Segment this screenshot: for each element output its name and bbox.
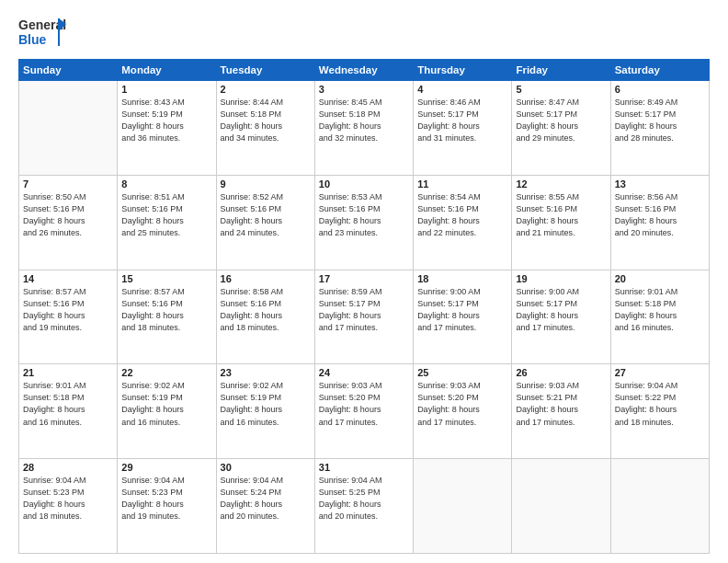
weekday-header-saturday: Saturday xyxy=(610,60,709,81)
weekday-header-monday: Monday xyxy=(118,60,216,81)
calendar-cell xyxy=(414,459,512,554)
day-number: 14 xyxy=(23,273,113,284)
calendar-cell: 6Sunrise: 8:49 AM Sunset: 5:17 PM Daylig… xyxy=(610,81,709,176)
logo: General Blue xyxy=(18,15,66,53)
weekday-header-friday: Friday xyxy=(512,60,610,81)
day-number: 16 xyxy=(221,273,311,284)
day-info: Sunrise: 8:58 AM Sunset: 5:16 PM Dayligh… xyxy=(221,286,311,334)
calendar-cell: 5Sunrise: 8:47 AM Sunset: 5:17 PM Daylig… xyxy=(512,81,610,176)
day-number: 23 xyxy=(221,367,311,378)
day-number: 9 xyxy=(221,178,311,190)
calendar-cell: 29Sunrise: 9:04 AM Sunset: 5:23 PM Dayli… xyxy=(118,459,216,554)
day-info: Sunrise: 8:51 AM Sunset: 5:16 PM Dayligh… xyxy=(121,191,211,239)
day-info: Sunrise: 9:00 AM Sunset: 5:17 PM Dayligh… xyxy=(417,286,507,334)
calendar-cell: 11Sunrise: 8:54 AM Sunset: 5:16 PM Dayli… xyxy=(414,175,512,270)
weekday-header-thursday: Thursday xyxy=(414,60,512,81)
calendar-cell: 1Sunrise: 8:43 AM Sunset: 5:19 PM Daylig… xyxy=(118,81,216,176)
day-number: 31 xyxy=(319,462,409,473)
calendar-cell: 15Sunrise: 8:57 AM Sunset: 5:16 PM Dayli… xyxy=(118,270,216,364)
calendar-cell: 18Sunrise: 9:00 AM Sunset: 5:17 PM Dayli… xyxy=(414,270,512,364)
calendar-cell: 8Sunrise: 8:51 AM Sunset: 5:16 PM Daylig… xyxy=(118,175,216,270)
calendar-cell: 24Sunrise: 9:03 AM Sunset: 5:20 PM Dayli… xyxy=(314,364,413,459)
calendar-cell: 4Sunrise: 8:46 AM Sunset: 5:17 PM Daylig… xyxy=(414,81,512,176)
calendar-cell: 16Sunrise: 8:58 AM Sunset: 5:16 PM Dayli… xyxy=(216,270,314,364)
day-number: 25 xyxy=(417,367,507,378)
day-number: 8 xyxy=(121,178,211,190)
day-info: Sunrise: 8:59 AM Sunset: 5:17 PM Dayligh… xyxy=(319,286,409,334)
calendar-cell xyxy=(610,459,709,554)
day-number: 13 xyxy=(615,178,705,190)
day-info: Sunrise: 9:04 AM Sunset: 5:23 PM Dayligh… xyxy=(23,475,113,523)
calendar-cell: 26Sunrise: 9:03 AM Sunset: 5:21 PM Dayli… xyxy=(512,364,610,459)
calendar-cell: 20Sunrise: 9:01 AM Sunset: 5:18 PM Dayli… xyxy=(610,270,709,364)
day-number: 12 xyxy=(516,178,606,190)
day-number: 22 xyxy=(121,367,211,378)
day-info: Sunrise: 9:01 AM Sunset: 5:18 PM Dayligh… xyxy=(615,286,705,334)
day-info: Sunrise: 9:04 AM Sunset: 5:23 PM Dayligh… xyxy=(121,475,211,523)
day-number: 2 xyxy=(221,84,311,95)
calendar-cell: 9Sunrise: 8:52 AM Sunset: 5:16 PM Daylig… xyxy=(216,175,314,270)
calendar-cell: 7Sunrise: 8:50 AM Sunset: 5:16 PM Daylig… xyxy=(19,175,118,270)
weekday-header-row: SundayMondayTuesdayWednesdayThursdayFrid… xyxy=(19,60,710,81)
day-info: Sunrise: 8:47 AM Sunset: 5:17 PM Dayligh… xyxy=(516,97,606,144)
day-info: Sunrise: 8:45 AM Sunset: 5:18 PM Dayligh… xyxy=(319,97,409,144)
calendar-cell: 2Sunrise: 8:44 AM Sunset: 5:18 PM Daylig… xyxy=(216,81,314,176)
calendar-cell: 19Sunrise: 9:00 AM Sunset: 5:17 PM Dayli… xyxy=(512,270,610,364)
calendar-cell: 22Sunrise: 9:02 AM Sunset: 5:19 PM Dayli… xyxy=(118,364,216,459)
calendar-cell: 10Sunrise: 8:53 AM Sunset: 5:16 PM Dayli… xyxy=(314,175,413,270)
day-number: 4 xyxy=(417,84,507,95)
week-row-4: 28Sunrise: 9:04 AM Sunset: 5:23 PM Dayli… xyxy=(19,459,710,554)
day-info: Sunrise: 8:50 AM Sunset: 5:16 PM Dayligh… xyxy=(23,191,113,239)
week-row-1: 7Sunrise: 8:50 AM Sunset: 5:16 PM Daylig… xyxy=(19,175,710,270)
day-number: 18 xyxy=(417,273,507,284)
day-info: Sunrise: 9:04 AM Sunset: 5:24 PM Dayligh… xyxy=(221,475,311,523)
day-info: Sunrise: 8:53 AM Sunset: 5:16 PM Dayligh… xyxy=(319,191,409,239)
day-number: 27 xyxy=(615,367,705,378)
calendar-cell: 12Sunrise: 8:55 AM Sunset: 5:16 PM Dayli… xyxy=(512,175,610,270)
weekday-header-sunday: Sunday xyxy=(19,60,118,81)
day-info: Sunrise: 8:49 AM Sunset: 5:17 PM Dayligh… xyxy=(615,97,705,144)
day-number: 7 xyxy=(23,178,113,190)
weekday-header-tuesday: Tuesday xyxy=(216,60,314,81)
day-info: Sunrise: 9:00 AM Sunset: 5:17 PM Dayligh… xyxy=(516,286,606,334)
day-info: Sunrise: 8:44 AM Sunset: 5:18 PM Dayligh… xyxy=(221,97,311,144)
calendar-cell: 30Sunrise: 9:04 AM Sunset: 5:24 PM Dayli… xyxy=(216,459,314,554)
day-number: 17 xyxy=(319,273,409,284)
calendar-cell: 21Sunrise: 9:01 AM Sunset: 5:18 PM Dayli… xyxy=(19,364,118,459)
calendar-cell: 14Sunrise: 8:57 AM Sunset: 5:16 PM Dayli… xyxy=(19,270,118,364)
calendar-cell: 17Sunrise: 8:59 AM Sunset: 5:17 PM Dayli… xyxy=(314,270,413,364)
calendar-cell: 27Sunrise: 9:04 AM Sunset: 5:22 PM Dayli… xyxy=(610,364,709,459)
day-number: 1 xyxy=(121,84,211,95)
day-info: Sunrise: 9:03 AM Sunset: 5:21 PM Dayligh… xyxy=(516,380,606,428)
day-number: 21 xyxy=(23,367,113,378)
day-info: Sunrise: 8:46 AM Sunset: 5:17 PM Dayligh… xyxy=(417,97,507,144)
day-number: 5 xyxy=(516,84,606,95)
week-row-3: 21Sunrise: 9:01 AM Sunset: 5:18 PM Dayli… xyxy=(19,364,710,459)
day-info: Sunrise: 8:43 AM Sunset: 5:19 PM Dayligh… xyxy=(121,97,211,144)
day-number: 11 xyxy=(417,178,507,190)
day-number: 19 xyxy=(516,273,606,284)
day-number: 29 xyxy=(121,462,211,473)
day-info: Sunrise: 9:04 AM Sunset: 5:22 PM Dayligh… xyxy=(615,380,705,428)
day-info: Sunrise: 8:52 AM Sunset: 5:16 PM Dayligh… xyxy=(221,191,311,239)
week-row-2: 14Sunrise: 8:57 AM Sunset: 5:16 PM Dayli… xyxy=(19,270,710,364)
day-number: 15 xyxy=(121,273,211,284)
calendar-cell: 3Sunrise: 8:45 AM Sunset: 5:18 PM Daylig… xyxy=(314,81,413,176)
day-number: 30 xyxy=(221,462,311,473)
calendar-cell: 25Sunrise: 9:03 AM Sunset: 5:20 PM Dayli… xyxy=(414,364,512,459)
day-info: Sunrise: 9:01 AM Sunset: 5:18 PM Dayligh… xyxy=(23,380,113,428)
day-number: 10 xyxy=(319,178,409,190)
day-info: Sunrise: 9:03 AM Sunset: 5:20 PM Dayligh… xyxy=(417,380,507,428)
day-number: 6 xyxy=(615,84,705,95)
calendar-table: SundayMondayTuesdayWednesdayThursdayFrid… xyxy=(18,59,710,554)
calendar-cell: 13Sunrise: 8:56 AM Sunset: 5:16 PM Dayli… xyxy=(610,175,709,270)
day-info: Sunrise: 9:04 AM Sunset: 5:25 PM Dayligh… xyxy=(319,475,409,523)
calendar-cell xyxy=(19,81,118,176)
day-number: 20 xyxy=(615,273,705,284)
day-info: Sunrise: 9:03 AM Sunset: 5:20 PM Dayligh… xyxy=(319,380,409,428)
day-number: 24 xyxy=(319,367,409,378)
calendar-cell: 23Sunrise: 9:02 AM Sunset: 5:19 PM Dayli… xyxy=(216,364,314,459)
week-row-0: 1Sunrise: 8:43 AM Sunset: 5:19 PM Daylig… xyxy=(19,81,710,176)
weekday-header-wednesday: Wednesday xyxy=(314,60,413,81)
svg-text:Blue: Blue xyxy=(18,32,47,47)
